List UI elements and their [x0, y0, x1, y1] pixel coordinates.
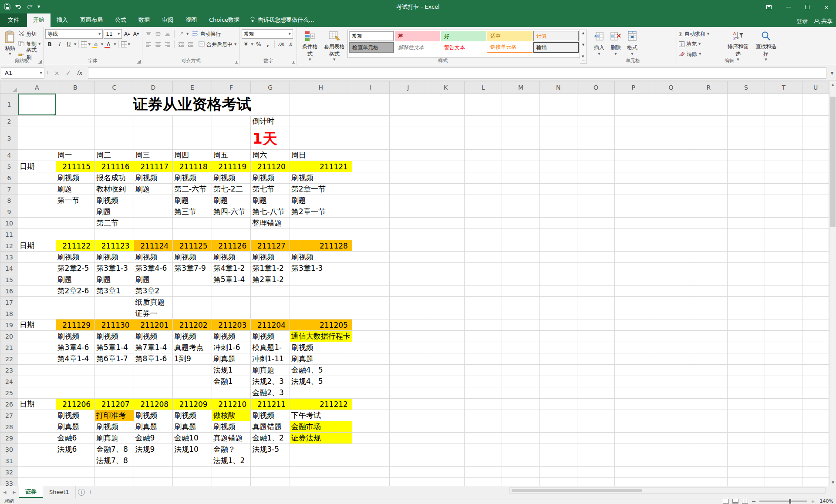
cell-P12[interactable]: [615, 240, 652, 252]
col-header-P[interactable]: P: [615, 81, 652, 94]
cell-I31[interactable]: [352, 455, 389, 467]
cell-L10[interactable]: [465, 218, 502, 229]
cell-L19[interactable]: [465, 319, 502, 331]
cell-C1[interactable]: 证券从业资格考试: [95, 94, 290, 116]
cell-O8[interactable]: [577, 195, 614, 206]
cell-O22[interactable]: [577, 353, 614, 365]
cell-J24[interactable]: [389, 376, 427, 387]
cell-F13[interactable]: 刷视频: [212, 252, 251, 263]
font-dialog-launcher-icon[interactable]: [137, 60, 141, 64]
row-header-18[interactable]: 18: [0, 308, 18, 319]
cell-K4[interactable]: [427, 150, 464, 161]
page-break-view-icon[interactable]: [742, 499, 748, 504]
cell-T19[interactable]: [765, 319, 802, 331]
cell-L3[interactable]: [465, 127, 502, 150]
cell-D16[interactable]: 第3章2: [134, 286, 173, 297]
cell-O7[interactable]: [577, 184, 614, 195]
cell-M12[interactable]: [502, 240, 539, 252]
cell-G2[interactable]: 倒计时: [251, 116, 290, 127]
cell-T2[interactable]: [765, 116, 802, 127]
cell-H32[interactable]: [290, 467, 352, 478]
cell-T11[interactable]: [765, 229, 802, 240]
cell-R31[interactable]: [690, 455, 727, 467]
increase-font-icon[interactable]: A▲: [123, 30, 131, 38]
cell-U24[interactable]: [802, 376, 829, 387]
cell-N3[interactable]: [539, 127, 577, 150]
row-header-1[interactable]: 1: [0, 94, 18, 116]
cell-F4[interactable]: 周五: [212, 150, 251, 161]
decrease-decimal-icon[interactable]: .0: [286, 40, 295, 49]
align-left-icon[interactable]: [144, 40, 153, 49]
cell-F25[interactable]: [212, 387, 251, 399]
cell-H19[interactable]: 211205: [290, 319, 352, 331]
cell-R6[interactable]: [690, 172, 727, 184]
alignment-dialog-launcher-icon[interactable]: [235, 60, 238, 64]
cell-A29[interactable]: [18, 433, 56, 444]
cell-H27[interactable]: 下午考试: [290, 410, 352, 421]
cell-T5[interactable]: [765, 161, 802, 172]
cell-R10[interactable]: [690, 218, 727, 229]
cell-K27[interactable]: [427, 410, 464, 421]
cell-A25[interactable]: [18, 387, 56, 399]
cell-T30[interactable]: [765, 444, 802, 455]
cell-T18[interactable]: [765, 308, 802, 319]
cell-F28[interactable]: 刷视频: [212, 421, 251, 433]
cell-Q23[interactable]: [652, 365, 690, 376]
cell-K15[interactable]: [427, 274, 464, 286]
cell-J30[interactable]: [389, 444, 427, 455]
cell-H24[interactable]: 法规4、5: [290, 376, 352, 387]
cell-A24[interactable]: [18, 376, 56, 387]
cell-K14[interactable]: [427, 263, 464, 274]
cell-N9[interactable]: [539, 206, 577, 218]
cell-T31[interactable]: [765, 455, 802, 467]
delete-cells-button[interactable]: 删除▼: [607, 29, 624, 57]
cell-M31[interactable]: [502, 455, 539, 467]
cell-K10[interactable]: [427, 218, 464, 229]
cell-U12[interactable]: [802, 240, 829, 252]
cell-M11[interactable]: [502, 229, 539, 240]
cell-G27[interactable]: 刷视频: [251, 410, 290, 421]
cell-K28[interactable]: [427, 421, 464, 433]
align-center-icon[interactable]: [154, 40, 162, 49]
cell-F22[interactable]: 刷真题: [212, 353, 251, 365]
cell-G11[interactable]: [251, 229, 290, 240]
cell-S15[interactable]: [727, 274, 765, 286]
cell-L15[interactable]: [465, 274, 502, 286]
cell-G24[interactable]: 法规2、3: [251, 376, 290, 387]
cell-M5[interactable]: [502, 161, 539, 172]
cell-L25[interactable]: [465, 387, 502, 399]
cell-F32[interactable]: [212, 467, 251, 478]
cell-S12[interactable]: [727, 240, 765, 252]
cell-P9[interactable]: [615, 206, 652, 218]
cell-C10[interactable]: 第二节: [95, 218, 134, 229]
cell-O15[interactable]: [577, 274, 614, 286]
formula-bar-splitter[interactable]: ⁞: [47, 70, 49, 76]
cell-R4[interactable]: [690, 150, 727, 161]
cell-D22[interactable]: 第8章1-6: [134, 353, 173, 365]
maximize-icon[interactable]: [798, 0, 817, 14]
row-header-5[interactable]: 5: [0, 161, 18, 172]
cell-C30[interactable]: 金融7、8: [95, 444, 134, 455]
cell-R22[interactable]: [690, 353, 727, 365]
cell-S9[interactable]: [727, 206, 765, 218]
cell-H6[interactable]: 刷视频: [290, 172, 352, 184]
cell-I30[interactable]: [352, 444, 389, 455]
cell-L24[interactable]: [465, 376, 502, 387]
cell-F33[interactable]: [212, 478, 251, 486]
cell-I28[interactable]: [352, 421, 389, 433]
cell-O14[interactable]: [577, 263, 614, 274]
cell-G14[interactable]: 第1章1-2: [251, 263, 290, 274]
cell-S21[interactable]: [727, 342, 765, 353]
cell-Q7[interactable]: [652, 184, 690, 195]
cell-C32[interactable]: [95, 467, 134, 478]
row-header-25[interactable]: 25: [0, 387, 18, 399]
sheet-nav-right-icon[interactable]: ▶: [10, 486, 19, 498]
row-header-3[interactable]: 3: [0, 127, 18, 150]
vertical-scroll-thumb[interactable]: [830, 97, 836, 227]
cell-L21[interactable]: [465, 342, 502, 353]
cell-L26[interactable]: [465, 399, 502, 410]
cell-E30[interactable]: 法规10: [173, 444, 212, 455]
cell-T14[interactable]: [765, 263, 802, 274]
cell-M15[interactable]: [502, 274, 539, 286]
cell-A31[interactable]: [18, 455, 56, 467]
